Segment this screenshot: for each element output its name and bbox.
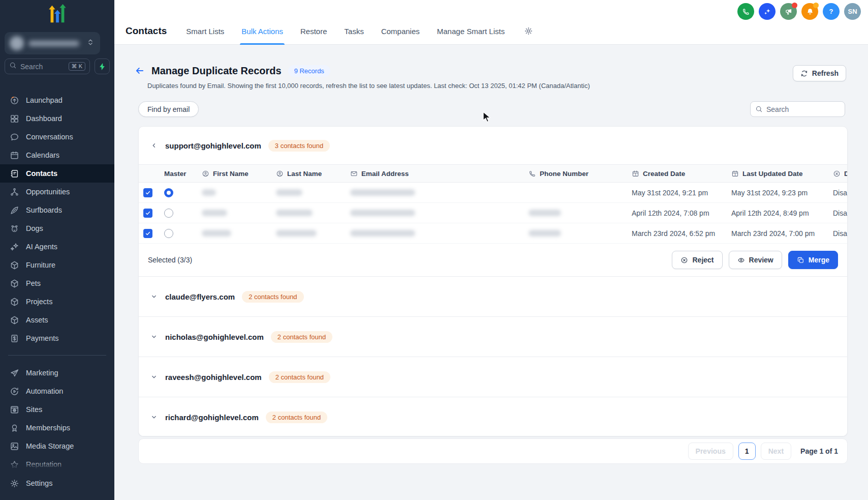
account-switcher[interactable]: [5, 32, 100, 54]
expand-chevron-icon: [150, 292, 158, 301]
previous-page-button[interactable]: Previous: [688, 443, 733, 460]
contacts-found-badge: 2 contacts found: [266, 411, 327, 423]
sidebar-item-label: AI Agents: [26, 243, 57, 251]
column-label: Last Updated Date: [742, 170, 803, 178]
check-icon: [145, 230, 151, 237]
sidebar-item-label: Payments: [26, 334, 58, 342]
column-header-first-name: First Name: [195, 165, 269, 182]
sidebar: ⌘ K LaunchpadDashboardConversationsCalen…: [0, 0, 114, 500]
redacted-first-name: [202, 189, 216, 196]
media-storage-icon: [10, 442, 19, 451]
redacted-email: [350, 210, 415, 216]
avatar-initials: SN: [848, 8, 857, 15]
expanded-duplicate-group[interactable]: support@gohighlevel.com 3 contacts found: [139, 127, 847, 164]
merge-button[interactable]: Merge: [788, 251, 838, 269]
user-avatar[interactable]: SN: [844, 3, 861, 20]
column-label: Phone Number: [540, 170, 588, 178]
sidebar-item-memberships[interactable]: Memberships: [0, 419, 114, 437]
find-by-email-button[interactable]: Find by email: [138, 101, 199, 117]
sidebar-item-label: Sites: [26, 405, 42, 414]
expand-chevron-icon: [150, 333, 158, 341]
sidebar-item-sites[interactable]: Sites: [0, 400, 114, 419]
sidebar-item-pets[interactable]: Pets: [0, 274, 114, 292]
notifications-bell-icon-button[interactable]: [801, 3, 818, 20]
redacted-phone: [529, 210, 561, 216]
master-radio[interactable]: [164, 209, 173, 218]
sidebar-item-ai-agents[interactable]: AI Agents: [0, 238, 114, 256]
sidebar-item-reputation[interactable]: Reputation: [0, 455, 114, 469]
topbar: ?SN Contacts Smart ListsBulk ActionsRest…: [114, 0, 868, 45]
sidebar-item-dashboard[interactable]: Dashboard: [0, 109, 114, 128]
sidebar-item-dogs[interactable]: Dogs: [0, 219, 114, 238]
refresh-button[interactable]: Refresh: [793, 65, 846, 81]
phone-icon-button[interactable]: [737, 3, 754, 20]
next-page-button[interactable]: Next: [761, 443, 791, 460]
group-email: nicholas@gohighlevel.com: [165, 333, 264, 341]
duplicate-group-nicholas-gohighlevel-com[interactable]: nicholas@gohighlevel.com2 contacts found: [139, 316, 847, 357]
column-label: D: [844, 170, 848, 178]
review-label: Review: [749, 256, 773, 264]
page-1-button[interactable]: 1: [738, 443, 756, 460]
help-icon-button[interactable]: ?: [823, 3, 840, 20]
sidebar-item-contacts[interactable]: Contacts: [0, 164, 114, 183]
sidebar-item-label: Marketing: [26, 369, 58, 377]
duplicate-group-richard-gohighlevel-com[interactable]: richard@gohighlevel.com2 contacts found: [139, 397, 847, 436]
ai-sparkles-icon-button[interactable]: [759, 3, 776, 20]
reject-icon: [680, 256, 688, 264]
sidebar-item-assets[interactable]: Assets: [0, 311, 114, 329]
sidebar-item-calendars[interactable]: Calendars: [0, 146, 114, 164]
sidebar-search[interactable]: ⌘ K: [5, 58, 90, 74]
created-date: March 23rd 2024, 6:52 pm: [632, 229, 715, 238]
duplicate-group-raveesh-gohighlevel-com[interactable]: raveesh@gohighlevel.com2 contacts found: [139, 357, 847, 397]
contacts-found-badge: 2 contacts found: [242, 291, 303, 303]
review-button[interactable]: Review: [729, 251, 782, 269]
sidebar-item-label: Dogs: [26, 224, 43, 232]
tab-bulk-actions[interactable]: Bulk Actions: [241, 17, 283, 45]
master-radio[interactable]: [164, 188, 173, 197]
sidebar-item-label: Media Storage: [26, 442, 74, 450]
tab-tasks[interactable]: Tasks: [345, 17, 364, 45]
gohighlevel-logo-icon: [46, 3, 69, 26]
ai-sparkles-icon: [763, 8, 771, 16]
sidebar-item-settings[interactable]: Settings: [0, 474, 114, 492]
back-button[interactable]: [135, 66, 145, 76]
sidebar-item-launchpad[interactable]: Launchpad: [0, 91, 114, 109]
merge-label: Merge: [809, 256, 829, 264]
contacts-settings-button[interactable]: [524, 26, 533, 36]
sidebar-search-input[interactable]: [20, 63, 65, 71]
row-checkbox[interactable]: [143, 209, 152, 218]
duplicate-group-claude-flyers-com[interactable]: claude@flyers.com2 contacts found: [139, 276, 847, 316]
settings-icon: [10, 479, 19, 488]
mouse-cursor: [483, 111, 494, 126]
redacted-email: [350, 189, 415, 196]
row-checkbox[interactable]: [143, 229, 152, 238]
reject-button[interactable]: Reject: [672, 251, 722, 269]
tab-smart-lists[interactable]: Smart Lists: [186, 17, 224, 45]
last-updated-date: May 31st 2024, 9:23 pm: [731, 189, 808, 197]
column-header-last-name: Last Name: [269, 165, 343, 182]
master-radio[interactable]: [164, 229, 173, 238]
sidebar-item-label: Furniture: [26, 261, 55, 269]
section-subtitle: Duplicates found by Email. Showing the f…: [147, 82, 590, 90]
duplicate-contact-row: May 31st 2024, 9:21 pmMay 31st 2024, 9:2…: [139, 183, 848, 203]
sidebar-item-automation[interactable]: Automation: [0, 382, 114, 400]
tab-restore[interactable]: Restore: [300, 17, 327, 45]
row-checkbox[interactable]: [143, 188, 152, 197]
sidebar-item-label: Calendars: [26, 151, 59, 159]
megaphone-icon-button[interactable]: [780, 3, 797, 20]
sidebar-item-opportunities[interactable]: Opportunities: [0, 183, 114, 201]
ai-quick-button[interactable]: [95, 58, 110, 74]
phone-icon: [742, 8, 750, 16]
sidebar-item-marketing[interactable]: Marketing: [0, 364, 114, 382]
sidebar-item-projects[interactable]: Projects: [0, 292, 114, 311]
sidebar-item-payments[interactable]: Payments: [0, 329, 114, 347]
sidebar-item-media-storage[interactable]: Media Storage: [0, 437, 114, 455]
sidebar-item-surfboards[interactable]: Surfboards: [0, 201, 114, 219]
duplicates-search-input[interactable]: [766, 105, 840, 113]
review-eye-icon: [737, 256, 745, 264]
sidebar-item-conversations[interactable]: Conversations: [0, 128, 114, 146]
tab-companies[interactable]: Companies: [381, 17, 420, 45]
sidebar-item-label: Settings: [26, 479, 52, 487]
tab-manage-smart-lists[interactable]: Manage Smart Lists: [437, 17, 505, 45]
sidebar-item-furniture[interactable]: Furniture: [0, 256, 114, 274]
